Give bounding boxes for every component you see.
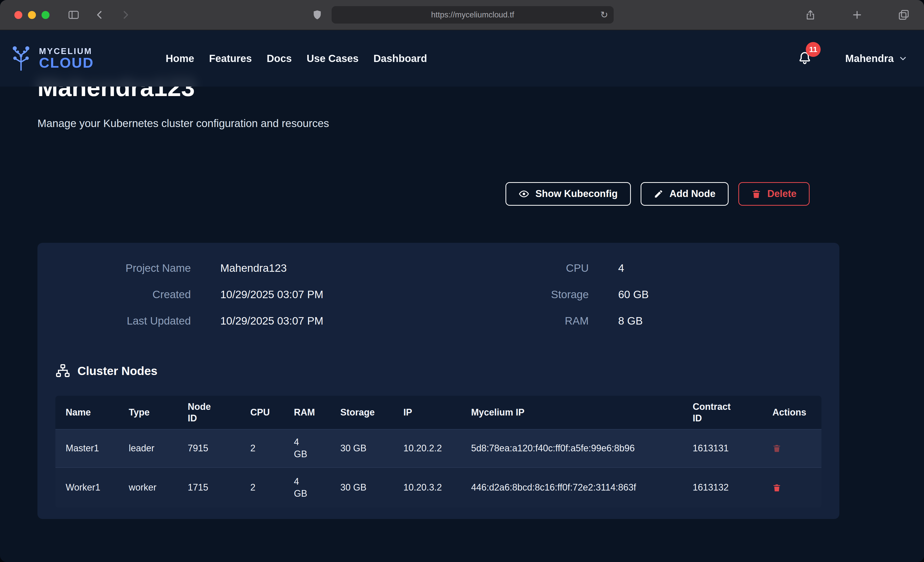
cell-name: Master1: [56, 429, 118, 468]
user-menu[interactable]: Mahendra: [845, 53, 907, 64]
share-icon[interactable]: [804, 9, 816, 21]
page-subtitle: Manage your Kubernetes cluster configura…: [38, 117, 839, 130]
show-kubeconfig-label: Show Kubeconfig: [536, 188, 618, 199]
delete-node-button[interactable]: [772, 444, 781, 453]
notifications-button[interactable]: 11: [798, 51, 812, 66]
col-header-type: Type: [118, 396, 177, 429]
nodes-table-wrapper: Name Type Node ID CPU RAM Storage IP Myc…: [56, 396, 821, 508]
delete-label: Delete: [767, 188, 796, 199]
mycelium-logo-icon: [7, 44, 35, 73]
chrome-right: [794, 9, 910, 21]
new-tab-icon[interactable]: [851, 9, 863, 21]
sitemap-icon: [56, 363, 70, 378]
zoom-window-button[interactable]: [42, 11, 50, 19]
ram-label: RAM: [438, 315, 589, 327]
cluster-nodes-header: Cluster Nodes: [56, 363, 821, 379]
info-row-last-updated: Last Updated 10/29/2025 03:07 PM: [56, 308, 438, 334]
notification-badge: 11: [806, 42, 820, 57]
table-row: Master1 leader 7915 2 4 GB 30 GB 10.20.2…: [56, 429, 821, 468]
brand-logo[interactable]: MYCELIUM CLOUD: [0, 44, 94, 73]
cell-node-id: 1715: [177, 468, 240, 508]
info-row-project-name: Project Name Mahendra123: [56, 255, 438, 281]
cell-actions: [762, 468, 821, 508]
table-header-row: Name Type Node ID CPU RAM Storage IP Myc…: [56, 396, 821, 429]
sidebar-toggle-icon[interactable]: [68, 9, 80, 21]
cell-ip: 10.20.3.2: [393, 468, 461, 508]
cell-contract-id: 1613132: [682, 468, 762, 508]
forward-button-icon[interactable]: [120, 9, 131, 21]
cell-storage: 30 GB: [330, 468, 393, 508]
last-updated-label: Last Updated: [56, 315, 191, 327]
cpu-label: CPU: [438, 262, 589, 274]
cell-mycelium-ip: 446:d2a6:8bcd:8c16:ff0f:72e2:3114:863f: [461, 468, 682, 508]
info-row-storage: Storage 60 GB: [438, 281, 822, 308]
info-row-cpu: CPU 4: [438, 255, 822, 281]
cell-actions: [762, 429, 821, 468]
nav-item-home[interactable]: Home: [166, 53, 194, 64]
info-row-created: Created 10/29/2025 03:07 PM: [56, 281, 438, 308]
cell-ip: 10.20.2.2: [393, 429, 461, 468]
delete-node-button[interactable]: [772, 483, 781, 492]
browser-chrome: https://myceliumcloud.tf ↻: [0, 0, 924, 30]
cell-cpu: 2: [240, 429, 284, 468]
project-name-label: Project Name: [56, 262, 191, 274]
cell-contract-id: 1613131: [682, 429, 762, 468]
nav-item-dashboard[interactable]: Dashboard: [374, 53, 427, 64]
nav-item-docs[interactable]: Docs: [267, 53, 292, 64]
cell-storage: 30 GB: [330, 429, 393, 468]
nodes-table: Name Type Node ID CPU RAM Storage IP Myc…: [56, 396, 821, 508]
pencil-icon: [654, 189, 663, 199]
last-updated-value: 10/29/2025 03:07 PM: [220, 315, 323, 327]
trash-icon: [772, 483, 781, 492]
nav-right: 11 Mahendra: [798, 51, 924, 66]
trash-icon: [752, 189, 761, 199]
cell-type: worker: [118, 468, 177, 508]
reload-icon[interactable]: ↻: [600, 9, 608, 20]
eye-icon: [519, 188, 530, 199]
browser-window: https://myceliumcloud.tf ↻: [0, 0, 924, 562]
traffic-lights: [14, 11, 50, 19]
site-viewport: MYCELIUM CLOUD Home Features Docs Use Ca…: [0, 30, 924, 562]
address-bar[interactable]: https://myceliumcloud.tf ↻: [332, 6, 614, 24]
col-header-node-id: Node ID: [177, 396, 240, 429]
brand-line-1: MYCELIUM: [39, 47, 94, 55]
col-header-actions: Actions: [762, 396, 821, 429]
delete-cluster-button[interactable]: Delete: [738, 182, 810, 206]
add-node-button[interactable]: Add Node: [640, 182, 729, 206]
col-header-cpu: CPU: [240, 396, 284, 429]
cell-mycelium-ip: 5d8:78ea:a120:f40c:ff0f:a5fe:99e6:8b96: [461, 429, 682, 468]
brand-text: MYCELIUM CLOUD: [39, 47, 94, 70]
cell-ram: 4 GB: [284, 429, 330, 468]
show-kubeconfig-button[interactable]: Show Kubeconfig: [506, 182, 631, 206]
chevron-down-icon: [899, 54, 907, 63]
storage-label: Storage: [438, 288, 589, 301]
back-button-icon[interactable]: [94, 9, 105, 21]
privacy-shield-icon[interactable]: [312, 9, 323, 21]
close-window-button[interactable]: [14, 11, 22, 19]
nav-item-features[interactable]: Features: [209, 53, 252, 64]
col-header-ram: RAM: [284, 396, 330, 429]
add-node-label: Add Node: [670, 188, 716, 199]
cell-cpu: 2: [240, 468, 284, 508]
cluster-nodes-title: Cluster Nodes: [78, 364, 158, 378]
cell-ram: 4 GB: [284, 468, 330, 508]
cell-node-id: 7915: [177, 429, 240, 468]
col-header-ip: IP: [393, 396, 461, 429]
minimize-window-button[interactable]: [28, 11, 36, 19]
cluster-actions: Show Kubeconfig Add Node Delete: [38, 182, 839, 206]
info-column-right: CPU 4 Storage 60 GB RAM 8 GB: [438, 255, 822, 334]
brand-line-2: CLOUD: [39, 55, 94, 70]
cell-name: Worker1: [56, 468, 118, 508]
cluster-card: Project Name Mahendra123 Created 10/29/2…: [38, 243, 839, 519]
col-header-storage: Storage: [330, 396, 393, 429]
tab-overview-icon[interactable]: [898, 9, 910, 21]
trash-icon: [772, 444, 781, 453]
project-name-value: Mahendra123: [220, 262, 287, 274]
storage-value: 60 GB: [618, 288, 649, 301]
main-content: Mahendra123 Manage your Kubernetes clust…: [0, 74, 924, 519]
chrome-center: https://myceliumcloud.tf ↻: [131, 6, 794, 24]
col-header-contract-id: Contract ID: [682, 396, 762, 429]
table-row: Worker1 worker 1715 2 4 GB 30 GB 10.20.3…: [56, 468, 821, 508]
address-bar-url: https://myceliumcloud.tf: [431, 10, 514, 19]
nav-item-use-cases[interactable]: Use Cases: [307, 53, 358, 64]
